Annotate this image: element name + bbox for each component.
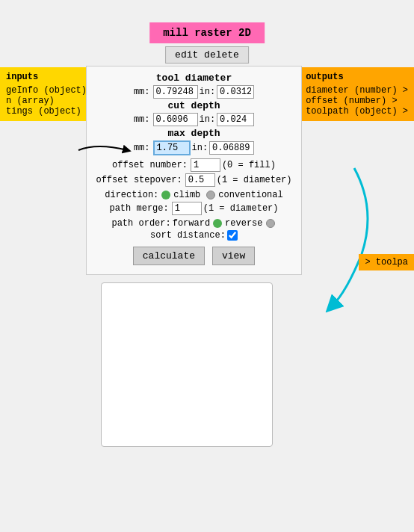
offset-number-input[interactable] bbox=[191, 158, 220, 172]
tool-diameter-in-label: in: bbox=[200, 87, 216, 97]
sort-distance-checkbox[interactable] bbox=[227, 230, 238, 241]
max-depth-in-input[interactable] bbox=[209, 141, 254, 155]
toolpath-output-label: > toolpa bbox=[359, 254, 414, 270]
inputs-item-2: n (array) bbox=[6, 96, 87, 106]
sort-distance-label: sort distance: bbox=[150, 230, 226, 241]
outputs-panel: outputs diameter (number) > offset (numb… bbox=[300, 67, 414, 121]
inputs-panel: inputs geInfo (object) n (array) tings (… bbox=[0, 67, 93, 121]
inputs-item-1: geInfo (object) bbox=[6, 85, 87, 96]
max-depth-mm-label: mm: bbox=[134, 143, 150, 153]
offset-stepover-label: offset stepover: bbox=[96, 175, 182, 185]
offset-stepover-hint: (1 = diameter) bbox=[217, 175, 292, 185]
inputs-title: inputs bbox=[6, 72, 87, 82]
climb-label: climb bbox=[173, 190, 200, 200]
cut-depth-mm-label: mm: bbox=[134, 114, 150, 125]
cyan-annotation-arrow bbox=[309, 164, 399, 314]
max-depth-label: max depth bbox=[94, 128, 294, 139]
outputs-item-2: offset (number) > bbox=[306, 96, 408, 106]
offset-number-hint: (0 = fill) bbox=[222, 160, 276, 170]
reverse-label: reverse bbox=[225, 218, 262, 229]
cut-depth-mm-input[interactable] bbox=[153, 113, 198, 126]
log-area bbox=[101, 282, 273, 447]
outputs-title: outputs bbox=[306, 72, 408, 82]
tool-diameter-label: tool diameter bbox=[94, 72, 294, 84]
tool-diameter-mm-label: mm: bbox=[134, 87, 150, 97]
main-panel: tool diameter mm: in: cut depth mm: in: … bbox=[86, 66, 302, 275]
path-merge-input[interactable] bbox=[172, 202, 202, 215]
direction-label: direction: bbox=[105, 190, 158, 200]
max-depth-mm-input[interactable] bbox=[153, 140, 191, 155]
view-button[interactable]: view bbox=[212, 247, 255, 265]
forward-label: forward bbox=[173, 218, 210, 229]
conventional-label: conventional bbox=[218, 190, 282, 200]
offset-number-label: offset number: bbox=[112, 160, 188, 170]
outputs-item-1: diameter (number) > bbox=[306, 85, 408, 96]
conventional-radio[interactable] bbox=[206, 191, 215, 200]
calculate-button[interactable]: calculate bbox=[133, 247, 205, 265]
cut-depth-in-label: in: bbox=[200, 114, 216, 125]
reverse-radio[interactable] bbox=[266, 219, 275, 228]
inputs-item-3: tings (object) bbox=[6, 106, 87, 117]
tool-diameter-in-input[interactable] bbox=[217, 85, 254, 99]
path-order-label: path order: bbox=[111, 218, 170, 229]
climb-radio[interactable] bbox=[161, 191, 170, 200]
cut-depth-in-input[interactable] bbox=[217, 113, 254, 126]
tool-diameter-mm-input[interactable] bbox=[153, 85, 198, 99]
offset-stepover-input[interactable] bbox=[185, 173, 215, 187]
app-title: mill raster 2D bbox=[149, 22, 265, 43]
cut-depth-label: cut depth bbox=[94, 100, 294, 111]
forward-radio[interactable] bbox=[213, 219, 222, 228]
path-merge-label: path merge: bbox=[109, 203, 168, 214]
edit-delete-bar[interactable]: edit delete bbox=[165, 46, 249, 64]
max-depth-in-label: in: bbox=[192, 143, 208, 153]
outputs-item-3: toolpath (object) > bbox=[306, 106, 408, 117]
path-merge-hint: (1 = diameter) bbox=[203, 203, 279, 214]
